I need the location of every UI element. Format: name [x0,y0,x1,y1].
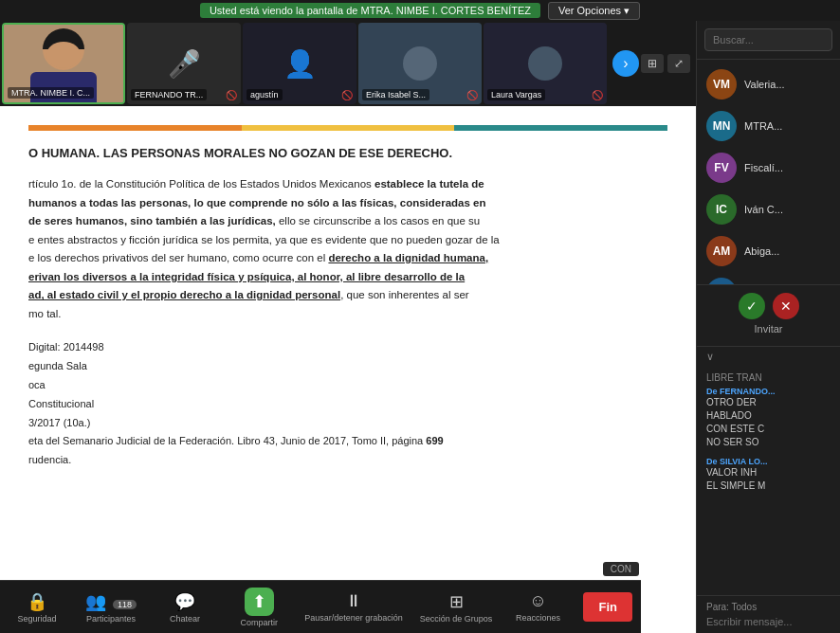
name-vm: Valeria... [744,79,785,90]
document-area: O HUMANA. LAS PERSONAS MORALES NO GOZAN … [0,106,696,633]
video-tile-agustin[interactable]: 👤 agustín 🚫 [243,23,356,104]
color-bar-teal [454,125,667,131]
groups-icon: ⊞ [449,591,464,612]
avatar-am: AM [706,236,737,266]
share-icon: ⬆ [245,588,274,616]
chat-text-2: VALOR INHEL SIMPLE M [706,466,831,493]
avatar-a2: a [706,278,737,284]
avatar-vm: VM [706,69,737,99]
tile-name-laura: Laura Vargas [487,89,545,100]
chat-to-label: Para: Todos [706,602,831,612]
security-button[interactable]: 🔒 Seguridad [9,591,65,624]
con-badge: CON [603,562,639,576]
decline-button[interactable]: ✕ [773,293,799,319]
doc-sala: egunda Sala [28,357,667,376]
chat-message-1: De FERNANDO... OTRO DERHABLADO CON ESTE … [706,387,831,449]
mic-off-icon-laura: 🚫 [592,90,603,100]
chat-label: Chatear [170,614,200,624]
left-content: MTRA. NIMBE I. C... 🎤 FERNANDO TR... 🚫 👤… [0,21,696,633]
sidebar-collapse-toggle[interactable]: ∨ [697,347,840,367]
right-sidebar: VM Valeria... MN MTRA... FV Fiscalí... I… [696,21,840,633]
participant-item-ic[interactable]: IC Iván C... [697,189,840,230]
name-fv: Fiscalí... [744,162,783,173]
avatar-ic: IC [706,194,737,225]
groups-button[interactable]: ⊞ Sección de Grupos [420,591,493,624]
invite-buttons: ✓ ✕ [706,293,831,319]
video-tile-laura[interactable]: Laura Vargas 🚫 [484,23,607,104]
color-bar-orange [28,125,242,131]
end-button[interactable]: Fin [583,592,632,622]
sharing-bar: Usted está viendo la pantalla de MTRA. N… [0,0,840,21]
participant-item-am[interactable]: AM Abiga... [697,230,840,272]
document-body: rtículo 1o. de la Constitución Política … [28,175,667,323]
chat-input-area: Para: Todos [697,595,840,633]
chat-button[interactable]: 💬 Chatear [156,591,213,624]
name-mn: MTRA... [744,120,782,132]
doc-oca: oca [28,376,667,395]
participants-icon: 👥 118 [85,591,137,612]
invite-label: Invitar [706,319,831,338]
share-label: Compartir [240,618,278,627]
document-title: O HUMANA. LAS PERSONAS MORALES NO GOZAN … [28,146,667,160]
invite-section: ✓ ✕ Invitar [697,284,840,347]
record-button[interactable]: ⏸ Pausar/detener grabación [304,591,403,623]
ver-opciones-button[interactable]: Ver Opciones ▾ [548,2,640,20]
participant-item-fv[interactable]: FV Fiscalí... [697,147,840,189]
chat-section: LIBRE TRAN De FERNANDO... OTRO DERHABLAD… [697,367,840,595]
name-am: Abiga... [744,245,779,257]
accept-button[interactable]: ✓ [739,293,765,319]
document-color-bar [28,125,667,131]
chat-input[interactable] [706,616,831,627]
record-icon: ⏸ [345,591,362,611]
tile-name-agustin: agustín [247,89,283,100]
chat-sender-2: De SILVIA LO... [706,457,831,466]
chat-sender-1: De FERNANDO... [706,387,831,396]
share-button[interactable]: ⬆ Compartir [230,588,287,627]
participant-item-mn[interactable]: MN MTRA... [697,105,840,147]
tile-name-fernando: FERNANDO TR... [131,89,207,100]
expand-video-button[interactable]: › [612,50,639,77]
sidebar-search-area [697,21,840,60]
mic-off-icon-erika: 🚫 [466,90,478,100]
mic-off-icon-agustin: 🚫 [341,90,353,100]
record-label: Pausar/detener grabación [304,613,403,623]
color-bar-yellow [242,125,455,131]
doc-fecha: 3/2017 (10a.) [28,414,667,433]
doc-tipo2: rudencia. [28,451,667,470]
screen-ctrl-expand[interactable]: ⤢ [667,54,690,73]
video-tile-erika[interactable]: Erika Isabel S... 🚫 [358,23,482,104]
groups-label: Sección de Grupos [420,614,493,624]
chat-header: LIBRE TRAN [706,372,831,383]
bottom-toolbar: 🔒 Seguridad 👥 118 Participantes 💬 Chatea… [0,580,641,633]
mic-off-icon-fernando: 🚫 [226,90,237,100]
chat-message-2: De SILVIA LO... VALOR INHEL SIMPLE M [706,457,831,493]
avatar-mn: MN [706,111,737,141]
video-tile-nimbe[interactable]: MTRA. NIMBE I. C... [2,23,125,104]
participants-button[interactable]: 👥 118 Participantes [82,591,139,624]
chat-text-1: OTRO DERHABLADO CON ESTE CNO SER SO [706,396,831,449]
main-area: MTRA. NIMBE I. C... 🎤 FERNANDO TR... 🚫 👤… [0,21,840,633]
tile-name-erika: Erika Isabel S... [362,89,429,100]
document-meta: Digital: 2014498 egunda Sala oca Constit… [28,338,667,470]
name-ic: Iván C... [744,204,783,215]
doc-tipo: Constitucional [28,395,667,414]
security-icon: 🔒 [27,591,47,612]
video-strip: MTRA. NIMBE I. C... 🎤 FERNANDO TR... 🚫 👤… [0,21,696,106]
reactions-label: Reacciones [516,613,560,623]
participant-item-vm[interactable]: VM Valeria... [697,63,840,105]
search-input[interactable] [704,28,832,51]
video-tile-fernando[interactable]: 🎤 FERNANDO TR... 🚫 [127,23,241,104]
screen-ctrl-grid[interactable]: ⊞ [641,54,664,73]
sharing-bar-text: Usted está viendo la pantalla de MTRA. N… [200,3,540,18]
chat-icon: 💬 [174,591,195,612]
security-label: Seguridad [17,614,56,624]
participants-label: Participantes [86,614,136,624]
participant-item-a2[interactable]: a agustí... [697,272,840,284]
doc-fuente: eta del Semanario Judicial de la Federac… [28,432,667,451]
reactions-icon: ☺ [529,591,546,611]
reactions-button[interactable]: ☺ Reacciones [509,591,566,623]
participants-list: VM Valeria... MN MTRA... FV Fiscalí... I… [697,60,840,284]
tile-name-nimbe: MTRA. NIMBE I. C... [8,87,94,99]
avatar-fv: FV [706,153,737,183]
doc-digital: Digital: 2014498 [28,338,667,357]
